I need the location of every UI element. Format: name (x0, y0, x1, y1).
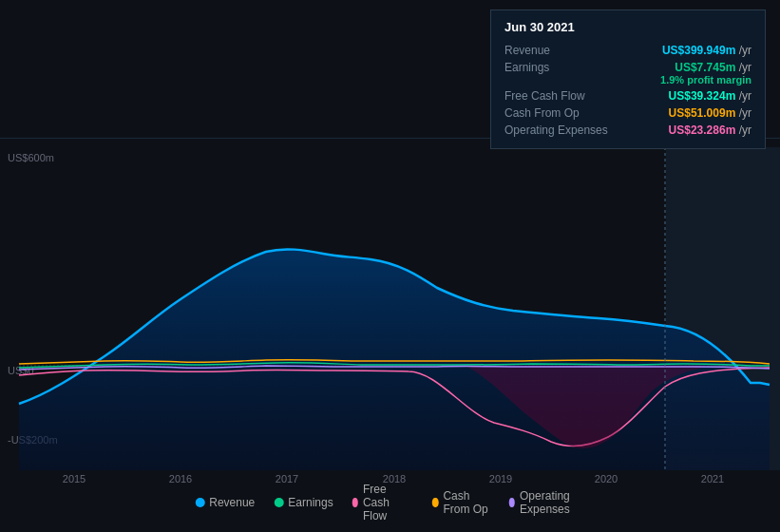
x-label-2015: 2015 (63, 473, 86, 484)
legend-dot-earnings (274, 498, 283, 507)
legend-item-cashop[interactable]: Cash From Op (432, 489, 490, 516)
tooltip-label-fcf: Free Cash Flow (504, 89, 585, 103)
chart-legend: Revenue Earnings Free Cash Flow Cash Fro… (195, 483, 585, 522)
tooltip-row-opex: Operating Expenses US$23.286m /yr (504, 122, 751, 139)
legend-item-opex[interactable]: Operating Expenses (509, 489, 585, 516)
legend-dot-cashop (432, 498, 438, 507)
tooltip-value-fcf: US$39.324m /yr (669, 89, 751, 103)
tooltip-value-opex: US$23.286m /yr (669, 124, 751, 137)
chart-svg (0, 147, 780, 470)
tooltip-label-revenue: Revenue (504, 44, 550, 57)
tooltip-value-earnings: US$7.745m /yr (675, 61, 751, 74)
tooltip-value-cashop: US$51.009m /yr (669, 106, 751, 120)
legend-item-earnings[interactable]: Earnings (274, 496, 333, 509)
tooltip-label-earnings: Earnings (504, 61, 549, 74)
legend-item-revenue[interactable]: Revenue (195, 496, 255, 509)
x-label-2016: 2016 (169, 473, 192, 484)
legend-label-earnings: Earnings (288, 496, 333, 509)
legend-item-fcf[interactable]: Free Cash Flow (352, 483, 413, 522)
tooltip-row-earnings: Earnings US$7.745m /yr 1.9% profit margi… (504, 59, 751, 87)
x-label-2020: 2020 (595, 473, 618, 484)
tooltip-box: Jun 30 2021 Revenue US$399.949m /yr Earn… (490, 10, 766, 149)
tooltip-earnings-right: US$7.745m /yr 1.9% profit margin (656, 61, 751, 86)
legend-dot-revenue (195, 498, 204, 507)
legend-dot-fcf (352, 498, 358, 507)
legend-dot-opex (509, 498, 515, 507)
legend-label-cashop: Cash From Op (443, 489, 489, 516)
legend-label-fcf: Free Cash Flow (363, 483, 413, 522)
tooltip-label-cashop: Cash From Op (504, 106, 580, 120)
x-label-2021: 2021 (701, 473, 724, 484)
tooltip-value-revenue: US$399.949m /yr (662, 44, 751, 57)
chart-container: Jun 30 2021 Revenue US$399.949m /yr Earn… (0, 0, 780, 532)
tooltip-label-opex: Operating Expenses (504, 124, 608, 137)
tooltip-row-revenue: Revenue US$399.949m /yr (504, 42, 751, 59)
tooltip-date: Jun 30 2021 (504, 20, 751, 34)
tooltip-profit-margin: 1.9% profit margin (660, 74, 751, 86)
legend-label-revenue: Revenue (209, 496, 255, 509)
tooltip-row-cashop: Cash From Op US$51.009m /yr (504, 104, 751, 122)
tooltip-row-fcf: Free Cash Flow US$39.324m /yr (504, 87, 751, 104)
legend-label-opex: Operating Expenses (520, 489, 585, 516)
